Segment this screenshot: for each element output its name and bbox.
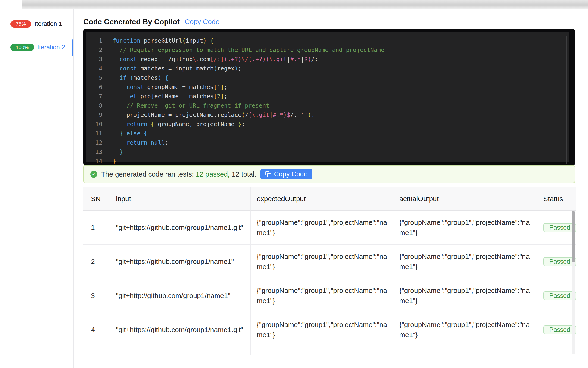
cell-sn: 4 [83, 313, 109, 347]
main-header: Code Generated By Copilot Copy Code [83, 17, 219, 27]
code-line: 4 const matches = input.match(regex); [86, 64, 569, 73]
cell-empty [250, 347, 393, 355]
code-line: 5 if (matches) { [86, 73, 569, 83]
code-token: = [168, 111, 175, 118]
code-editor-panel: 1function parseGitUrl(input) {2 // Regul… [86, 31, 569, 162]
code-token: parseGitUrl [144, 37, 182, 44]
status-badge: Passed [543, 257, 576, 266]
sidebar-item-label: Iteration 2 [37, 44, 65, 51]
cell-actual-output: {"groupName":"group1","projectName":"nam… [393, 313, 537, 347]
cell-empty [109, 347, 250, 355]
code-token: input [186, 37, 203, 44]
code-token: match [196, 65, 213, 72]
line-number: 12 [86, 138, 102, 147]
code-token: / [290, 111, 294, 118]
table-rows: SNinputexpectedOutputactualOutputStatus1… [83, 187, 576, 355]
line-number: 8 [86, 101, 102, 110]
code-token: / [245, 111, 248, 118]
table-header-row: SNinputexpectedOutputactualOutputStatus [83, 187, 576, 211]
code-token: ) [203, 37, 207, 44]
code-token: ; [315, 56, 318, 63]
cell-expected-output: {"groupName":"group1","projectName":"nam… [250, 245, 393, 279]
code-token: else [123, 130, 144, 137]
code-token: } [113, 148, 123, 155]
code-token: const [113, 56, 137, 63]
code-token: ] [221, 93, 224, 100]
code-token [207, 37, 210, 44]
cell-empty [83, 347, 109, 355]
code-token: } [113, 130, 123, 137]
cell-status: Passed [537, 313, 576, 347]
code-token: . [193, 65, 196, 72]
line-number: 10 [86, 120, 102, 129]
table-row: 2"git+https://github.com/group1/name1"{"… [83, 245, 576, 279]
test-result-prefix: The generated code ran tests: [101, 170, 196, 178]
table-row: 1"git+https://github.com/group1/name1.gi… [83, 211, 576, 245]
top-chrome-tab [0, 0, 22, 9]
code-token: (.+?) [224, 56, 241, 63]
code-token: projectName [137, 93, 182, 100]
check-circle-icon: ✓ [90, 171, 97, 178]
code-token: ( [248, 111, 252, 118]
code-token: \. [269, 56, 276, 63]
copy-code-link[interactable]: Copy Code [185, 18, 219, 26]
status-badge: Passed [543, 223, 576, 232]
code-token: $ [304, 56, 308, 63]
line-number: 14 [86, 157, 102, 166]
code-token: /github [168, 56, 193, 63]
code-token: replace [217, 111, 241, 118]
line-number: 9 [86, 110, 102, 120]
line-number: 4 [86, 64, 102, 73]
code-token: ( [266, 56, 269, 63]
copy-code-button[interactable]: Copy Code [260, 169, 312, 179]
line-number: 1 [86, 36, 102, 46]
code-token: | [269, 111, 273, 118]
cell-input: "git+https://github.com/group1/name1" [109, 245, 250, 279]
cell-expected-output: {"groupName":"group1","projectName":"nam… [250, 313, 393, 347]
cell-actual-output: {"groupName":"group1","projectName":"nam… [393, 211, 537, 245]
test-result-text: The generated code ran tests: 12 passed,… [101, 170, 256, 178]
sidebar-item-label: Iteration 1 [35, 20, 62, 28]
editor-scrollbar[interactable] [566, 36, 567, 164]
tests-total-count: 12 total. [230, 170, 256, 178]
code-token: const [113, 84, 144, 90]
code-token: ( [130, 74, 133, 81]
code-line: 7 let projectName = matches[2]; [86, 92, 569, 101]
code-token: projectName [113, 111, 168, 118]
sidebar-item-iteration-2[interactable]: 100%Iteration 2 [10, 44, 65, 51]
code-token: #.* [273, 111, 283, 118]
header-cell-expectedOutput: expectedOutput [250, 187, 393, 211]
sidebar-item-iteration-1[interactable]: 75%Iteration 1 [10, 20, 62, 28]
code-token: ; [224, 93, 228, 100]
code-text: // Remove .git or URL fragment if presen… [113, 101, 269, 110]
code-token: = [182, 93, 189, 100]
code-line: 9 projectName = projectName.replace(/(\.… [86, 110, 569, 120]
code-token: const [113, 65, 137, 72]
code-line: 3 const regex = /github\.com[/:](.+?)\/(… [86, 55, 569, 64]
table-scrollbar-thumb[interactable] [571, 211, 575, 262]
code-token: ) [158, 74, 161, 81]
code-token: ; [238, 65, 241, 72]
header-cell-input: input [109, 187, 250, 211]
code-token: ; [224, 84, 228, 90]
code-text: let projectName = matches[2]; [113, 92, 228, 101]
cell-sn: 2 [83, 245, 109, 279]
code-token: / [311, 56, 315, 63]
code-token: { [165, 74, 168, 81]
code-token: ) [235, 65, 238, 72]
tests-passed-count: 12 passed, [196, 170, 230, 178]
cell-actual-output: {"groupName":"group1","projectName":"nam… [393, 279, 537, 313]
status-badge: Passed [543, 291, 576, 300]
code-line: 11 } else { [86, 129, 569, 138]
code-text: } [113, 157, 116, 166]
line-number: 7 [86, 92, 102, 101]
code-token: // Regular expression to match the URL a… [113, 46, 384, 53]
code-token: ) [308, 56, 311, 63]
line-number: 11 [86, 129, 102, 138]
code-token: ( [214, 65, 217, 72]
code-token: groupName [154, 121, 189, 128]
code-token: [ [214, 93, 217, 100]
cell-status: Passed [537, 279, 576, 313]
code-token: 1 [217, 84, 221, 90]
code-token: ( [241, 111, 245, 118]
